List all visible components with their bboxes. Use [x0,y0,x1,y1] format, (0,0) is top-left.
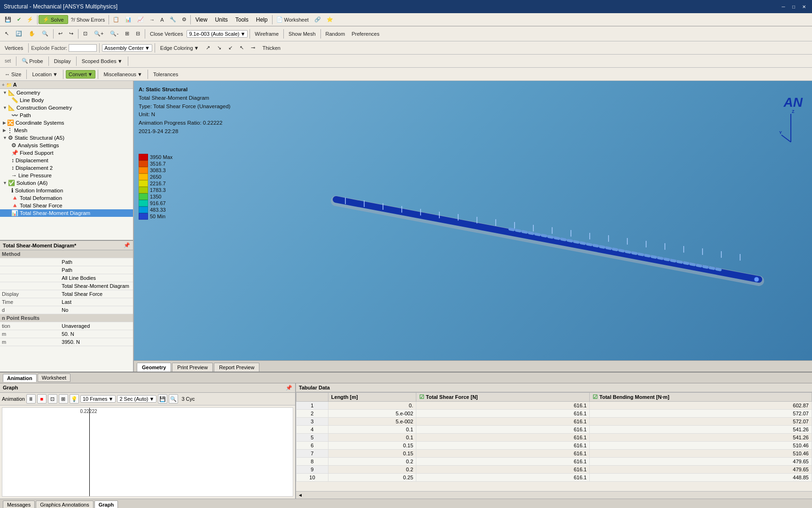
icon-a[interactable]: 📋 [110,15,122,24]
close-vertices-btn[interactable]: Close Vertices [147,30,186,38]
icon-b[interactable]: 📊 [122,15,134,24]
location-btn[interactable]: Location ▼ [29,70,60,79]
redo-btn[interactable]: ↪ [66,29,76,38]
tree-item-13[interactable]: ℹSolution Information [0,187,133,194]
auto-scale-dropdown[interactable]: 9.1e-003 (Auto Scale) ▼ [187,30,248,38]
expand-icon[interactable]: ▶ [3,120,6,125]
minimize-button[interactable]: ─ [779,2,788,11]
thicken-btn[interactable]: Thicken [259,44,283,52]
tab-geometry[interactable]: Geometry [137,363,171,372]
tree-item-9[interactable]: ↕Displacement [0,157,133,164]
icon-g[interactable]: ⚙ [179,15,189,24]
cursor-btn[interactable]: ↖ [2,29,12,38]
tab-graph[interactable]: Graph [94,500,118,508]
arrow2-btn[interactable]: ↘ [214,43,224,52]
random-btn[interactable]: Random [323,30,348,38]
menu-units[interactable]: Units [211,15,231,25]
arrow4-btn[interactable]: ↖ [237,43,247,52]
tree-item-0[interactable]: ▼📐Geometry [0,89,133,96]
arrow3-btn[interactable]: ↙ [226,43,235,52]
step-fwd-btn[interactable]: ⊞ [59,394,68,404]
play-pause-btn[interactable]: ⏸ [26,394,36,404]
checkbox-moment[interactable]: ☑ [593,394,598,400]
solve-button[interactable]: ⚡ Solve [39,15,68,24]
sidebar-icon2[interactable]: 📁 [6,82,12,87]
assembly-center-dropdown[interactable]: Assembly Center ▼ [102,44,152,52]
frames-dropdown[interactable]: 10 Frames ▼ [80,395,116,403]
step-back-btn[interactable]: ⊡ [48,394,57,404]
undo-btn[interactable]: ↩ [55,29,65,38]
tree-item-2[interactable]: ▼📐Construction Geometry [0,104,133,111]
icon-e[interactable]: A [157,16,166,24]
wireframe-btn[interactable]: Wireframe [252,30,281,38]
show-errors-button[interactable]: ?/ Show Errors [68,16,108,24]
props-pin[interactable]: 📌 [124,242,130,248]
expand-icon[interactable]: ▼ [3,90,7,95]
size-btn[interactable]: ↔ Size [2,70,24,79]
save-btn[interactable]: 💾 [158,394,167,404]
link-icon[interactable]: 🔗 [312,15,324,24]
pan-btn[interactable]: ✋ [26,29,38,38]
tree-item-15[interactable]: 🔺Total Shear Force [0,202,133,209]
vertices-btn[interactable]: Vertices [2,44,26,52]
display-btn[interactable]: Display [51,57,74,65]
pan2-btn[interactable]: ⊟ [133,29,143,38]
zoom-fit-btn[interactable]: ⊡ [80,29,90,38]
arrow1-btn[interactable]: ↗ [203,43,213,52]
show-mesh-btn[interactable]: Show Mesh [286,30,318,38]
tree-item-12[interactable]: ▼✅Solution (A6) [0,179,133,187]
menu-tools[interactable]: Tools [232,15,252,25]
tree-item-8[interactable]: 📌Fixed Support [0,149,133,157]
tab-messages[interactable]: Messages [3,500,35,508]
edge-coloring-btn[interactable]: Edge Coloring ▼ [157,44,202,52]
explode-input[interactable] [69,44,97,52]
sec-dropdown[interactable]: 2 Sec (Auto) ▼ [117,395,156,403]
tree-item-3[interactable]: 〰️Path [0,111,133,119]
measure-btn[interactable]: ⊸ [248,43,258,52]
zoom-btn[interactable]: 🔍 [169,394,178,404]
tree-item-14[interactable]: 🔺Total Deformation [0,194,133,202]
tab-report-preview[interactable]: Report Preview [214,363,259,372]
tree-item-6[interactable]: ▼⚙Static Structural (A5) [0,134,133,142]
tab-worksheet[interactable]: Worksheet [38,373,70,382]
tree-item-10[interactable]: ↕Displacement 2 [0,164,133,172]
icon-f[interactable]: 🔧 [167,15,179,24]
tab-animation[interactable]: Animation [3,374,37,382]
preferences-btn[interactable]: Preferences [349,30,382,38]
connection-icon[interactable]: ⚡ [24,15,36,24]
expand-icon[interactable]: ▼ [3,105,7,110]
zoom-out-btn[interactable]: 🔍- [107,29,121,38]
scoped-bodies-btn[interactable]: Scoped Bodies ▼ [79,57,125,65]
file-icon[interactable]: 💾 [2,15,14,24]
tree-item-16[interactable]: 📊Total Shear-Moment Diagram [0,209,133,217]
bulb-btn[interactable]: 💡 [70,394,79,404]
miscellaneous-btn[interactable]: Miscellaneous ▼ [101,70,145,79]
maximize-button[interactable]: □ [789,2,798,11]
expand-icon[interactable]: ▼ [3,181,7,185]
close-button[interactable]: ✕ [800,2,808,11]
icon-c[interactable]: 📈 [134,15,147,24]
zoom-box-btn[interactable]: ⊞ [122,29,132,38]
checkbox-shear[interactable]: ☑ [419,394,424,400]
star-icon[interactable]: ⭐ [324,15,336,24]
icon-d[interactable]: → [147,16,157,24]
zoom-btn[interactable]: 🔍 [39,29,51,38]
tolerances-btn[interactable]: Tolerances [150,70,181,79]
tab-print-preview[interactable]: Print Preview [172,363,213,372]
probe-btn[interactable]: 🔍 Probe [19,56,46,65]
menu-view[interactable]: View [192,15,211,25]
tree-item-4[interactable]: ▶🔀Coordinate Systems [0,119,133,127]
tree-item-11[interactable]: →Line Pressure [0,172,133,179]
zoom-in-btn[interactable]: 🔍+ [91,29,106,38]
expand-icon[interactable]: ▶ [3,128,6,133]
expand-icon[interactable]: ▼ [3,135,7,140]
tree-item-7[interactable]: ⚙Analysis Settings [0,142,133,149]
check-icon[interactable]: ✔ [14,15,24,24]
stop-btn[interactable]: ■ [37,394,47,404]
menu-help[interactable]: Help [252,15,272,25]
graph-pin-icon[interactable]: 📌 [286,385,292,391]
tree-item-5[interactable]: ▶⋮Mesh [0,127,133,134]
sidebar-expand-btn[interactable]: + [2,82,5,87]
rotate-btn[interactable]: 🔄 [13,29,25,38]
tab-graphics-annotations[interactable]: Graphics Annotations [36,500,94,508]
